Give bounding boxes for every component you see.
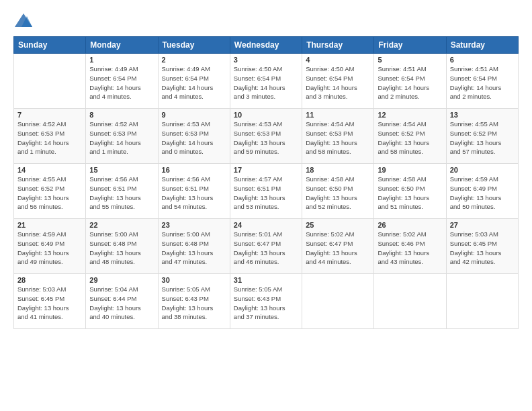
calendar-cell: 21Sunrise: 4:59 AMSunset: 6:49 PMDayligh… — [14, 219, 86, 274]
calendar-cell: 7Sunrise: 4:52 AMSunset: 6:53 PMDaylight… — [14, 109, 86, 164]
header — [13, 12, 519, 31]
calendar-cell: 18Sunrise: 4:58 AMSunset: 6:50 PMDayligh… — [302, 164, 374, 219]
day-info: Sunrise: 5:04 AMSunset: 6:44 PMDaylight:… — [89, 285, 154, 322]
calendar-cell: 4Sunrise: 4:50 AMSunset: 6:54 PMDaylight… — [302, 54, 374, 109]
calendar-cell — [446, 274, 518, 329]
calendar-cell: 10Sunrise: 4:53 AMSunset: 6:53 PMDayligh… — [230, 109, 302, 164]
calendar-cell: 16Sunrise: 4:56 AMSunset: 6:51 PMDayligh… — [158, 164, 230, 219]
day-number: 31 — [234, 276, 298, 284]
calendar-table: SundayMondayTuesdayWednesdayThursdayFrid… — [13, 36, 519, 329]
weekday-header-row: SundayMondayTuesdayWednesdayThursdayFrid… — [14, 37, 519, 54]
day-number: 13 — [450, 111, 515, 119]
day-info: Sunrise: 4:50 AMSunset: 6:54 PMDaylight:… — [234, 64, 298, 101]
calendar-cell: 31Sunrise: 5:05 AMSunset: 6:43 PMDayligh… — [230, 274, 302, 329]
day-info: Sunrise: 4:53 AMSunset: 6:53 PMDaylight:… — [162, 120, 226, 156]
day-info: Sunrise: 4:52 AMSunset: 6:53 PMDaylight:… — [89, 120, 154, 156]
day-number: 5 — [378, 56, 442, 64]
day-info: Sunrise: 4:53 AMSunset: 6:53 PMDaylight:… — [234, 120, 298, 156]
day-number: 12 — [378, 111, 442, 119]
calendar-week-row: 7Sunrise: 4:52 AMSunset: 6:53 PMDaylight… — [14, 109, 519, 164]
calendar-week-row: 1Sunrise: 4:49 AMSunset: 6:54 PMDaylight… — [14, 54, 519, 109]
day-info: Sunrise: 4:56 AMSunset: 6:51 PMDaylight:… — [89, 175, 154, 212]
weekday-header-tuesday: Tuesday — [158, 37, 230, 54]
calendar-cell: 13Sunrise: 4:55 AMSunset: 6:52 PMDayligh… — [446, 109, 518, 164]
day-number: 4 — [306, 56, 370, 64]
day-info: Sunrise: 4:58 AMSunset: 6:50 PMDaylight:… — [306, 175, 370, 212]
day-info: Sunrise: 4:58 AMSunset: 6:50 PMDaylight:… — [378, 175, 442, 212]
calendar-cell: 24Sunrise: 5:01 AMSunset: 6:47 PMDayligh… — [230, 219, 302, 274]
calendar-cell: 6Sunrise: 4:51 AMSunset: 6:54 PMDaylight… — [446, 54, 518, 109]
day-number: 2 — [162, 56, 226, 64]
day-info: Sunrise: 5:05 AMSunset: 6:43 PMDaylight:… — [162, 285, 226, 322]
calendar-cell: 2Sunrise: 4:49 AMSunset: 6:54 PMDaylight… — [158, 54, 230, 109]
day-number: 16 — [162, 166, 226, 174]
calendar-week-row: 14Sunrise: 4:55 AMSunset: 6:52 PMDayligh… — [14, 164, 519, 219]
weekday-header-friday: Friday — [374, 37, 446, 54]
page: SundayMondayTuesdayWednesdayThursdayFrid… — [0, 0, 532, 411]
day-info: Sunrise: 5:01 AMSunset: 6:47 PMDaylight:… — [234, 230, 298, 267]
day-number: 25 — [306, 221, 370, 229]
day-info: Sunrise: 4:59 AMSunset: 6:49 PMDaylight:… — [17, 230, 82, 267]
day-info: Sunrise: 5:05 AMSunset: 6:43 PMDaylight:… — [234, 285, 298, 322]
day-number: 26 — [378, 221, 442, 229]
calendar-cell: 1Sunrise: 4:49 AMSunset: 6:54 PMDaylight… — [86, 54, 158, 109]
calendar-cell: 3Sunrise: 4:50 AMSunset: 6:54 PMDaylight… — [230, 54, 302, 109]
day-number: 17 — [234, 166, 298, 174]
calendar-cell: 22Sunrise: 5:00 AMSunset: 6:48 PMDayligh… — [86, 219, 158, 274]
day-number: 7 — [17, 111, 82, 119]
calendar-cell — [14, 54, 86, 109]
day-number: 22 — [89, 221, 154, 229]
day-number: 15 — [89, 166, 154, 174]
calendar-cell — [374, 274, 446, 329]
day-number: 8 — [89, 111, 154, 119]
day-info: Sunrise: 4:55 AMSunset: 6:52 PMDaylight:… — [450, 120, 515, 156]
day-info: Sunrise: 4:54 AMSunset: 6:53 PMDaylight:… — [306, 120, 370, 156]
day-info: Sunrise: 5:00 AMSunset: 6:48 PMDaylight:… — [89, 230, 154, 267]
calendar-week-row: 28Sunrise: 5:03 AMSunset: 6:45 PMDayligh… — [14, 274, 519, 329]
day-info: Sunrise: 4:51 AMSunset: 6:54 PMDaylight:… — [450, 64, 515, 101]
calendar-cell: 26Sunrise: 5:02 AMSunset: 6:46 PMDayligh… — [374, 219, 446, 274]
weekday-header-wednesday: Wednesday — [230, 37, 302, 54]
day-info: Sunrise: 5:00 AMSunset: 6:48 PMDaylight:… — [162, 230, 226, 267]
day-number: 11 — [306, 111, 370, 119]
calendar-cell — [302, 274, 374, 329]
calendar-cell: 17Sunrise: 4:57 AMSunset: 6:51 PMDayligh… — [230, 164, 302, 219]
day-info: Sunrise: 4:59 AMSunset: 6:49 PMDaylight:… — [450, 175, 515, 212]
day-info: Sunrise: 4:49 AMSunset: 6:54 PMDaylight:… — [89, 64, 154, 101]
day-number: 21 — [17, 221, 82, 229]
calendar-cell: 23Sunrise: 5:00 AMSunset: 6:48 PMDayligh… — [158, 219, 230, 274]
calendar-cell: 8Sunrise: 4:52 AMSunset: 6:53 PMDaylight… — [86, 109, 158, 164]
calendar-cell: 11Sunrise: 4:54 AMSunset: 6:53 PMDayligh… — [302, 109, 374, 164]
day-number: 28 — [17, 276, 82, 284]
day-info: Sunrise: 4:56 AMSunset: 6:51 PMDaylight:… — [162, 175, 226, 212]
calendar-cell: 12Sunrise: 4:54 AMSunset: 6:52 PMDayligh… — [374, 109, 446, 164]
calendar-cell: 9Sunrise: 4:53 AMSunset: 6:53 PMDaylight… — [158, 109, 230, 164]
weekday-header-sunday: Sunday — [14, 37, 86, 54]
day-info: Sunrise: 5:03 AMSunset: 6:45 PMDaylight:… — [450, 230, 515, 267]
day-number: 9 — [162, 111, 226, 119]
day-number: 19 — [378, 166, 442, 174]
calendar-cell: 30Sunrise: 5:05 AMSunset: 6:43 PMDayligh… — [158, 274, 230, 329]
calendar-cell: 15Sunrise: 4:56 AMSunset: 6:51 PMDayligh… — [86, 164, 158, 219]
calendar-cell: 14Sunrise: 4:55 AMSunset: 6:52 PMDayligh… — [14, 164, 86, 219]
day-info: Sunrise: 4:51 AMSunset: 6:54 PMDaylight:… — [378, 64, 442, 101]
day-number: 30 — [162, 276, 226, 284]
calendar-cell: 28Sunrise: 5:03 AMSunset: 6:45 PMDayligh… — [14, 274, 86, 329]
day-number: 20 — [450, 166, 515, 174]
day-number: 1 — [89, 56, 154, 64]
day-number: 14 — [17, 166, 82, 174]
day-number: 10 — [234, 111, 298, 119]
day-info: Sunrise: 4:54 AMSunset: 6:52 PMDaylight:… — [378, 120, 442, 156]
day-info: Sunrise: 4:57 AMSunset: 6:51 PMDaylight:… — [234, 175, 298, 212]
day-number: 24 — [234, 221, 298, 229]
day-number: 18 — [306, 166, 370, 174]
calendar-cell: 25Sunrise: 5:02 AMSunset: 6:47 PMDayligh… — [302, 219, 374, 274]
day-info: Sunrise: 5:02 AMSunset: 6:47 PMDaylight:… — [306, 230, 370, 267]
day-number: 29 — [89, 276, 154, 284]
weekday-header-thursday: Thursday — [302, 37, 374, 54]
day-info: Sunrise: 5:02 AMSunset: 6:46 PMDaylight:… — [378, 230, 442, 267]
calendar-cell: 29Sunrise: 5:04 AMSunset: 6:44 PMDayligh… — [86, 274, 158, 329]
day-number: 23 — [162, 221, 226, 229]
day-info: Sunrise: 4:55 AMSunset: 6:52 PMDaylight:… — [17, 175, 82, 212]
calendar-cell: 27Sunrise: 5:03 AMSunset: 6:45 PMDayligh… — [446, 219, 518, 274]
